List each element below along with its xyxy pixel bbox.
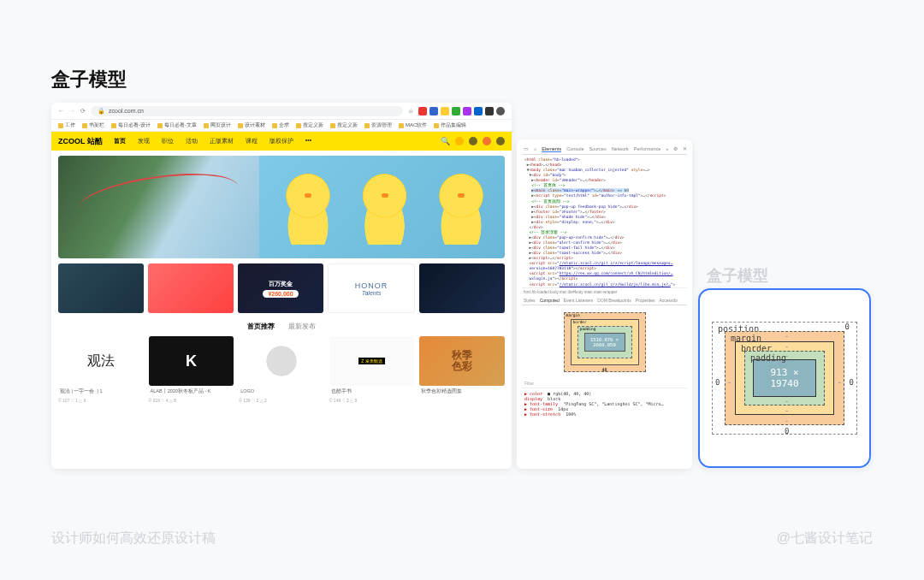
thumb-title: 观法 | 一字一会（1 xyxy=(58,386,144,398)
thumb[interactable]: K xyxy=(149,336,234,386)
ext-icon[interactable] xyxy=(463,107,471,115)
dom-tree[interactable]: <html class="hb-loaded"> ▶<head>…</head>… xyxy=(522,155,687,287)
nav-tab[interactable]: 正版素材 xyxy=(207,135,236,147)
footer-right: @七酱设计笔记 xyxy=(777,530,873,547)
devtools-tab[interactable]: Elements xyxy=(542,146,561,152)
promo-card[interactable] xyxy=(58,263,144,313)
hero-art-right xyxy=(273,163,496,252)
ext-icon[interactable] xyxy=(441,107,449,115)
panel-tab[interactable]: Event Listeners xyxy=(564,298,593,303)
avatar-icon[interactable] xyxy=(496,107,505,115)
promo-card[interactable]: HONOR Talents xyxy=(328,263,415,313)
avatar[interactable] xyxy=(496,137,505,145)
mascot xyxy=(273,169,343,245)
panel-tab[interactable]: Properties xyxy=(636,298,655,303)
bookmark[interactable]: 作品集编辑 xyxy=(434,121,466,129)
site-logo[interactable]: ZCOOL 站酷 xyxy=(58,136,103,147)
bookmark[interactable]: 资源管理 xyxy=(364,121,392,129)
home-icon[interactable] xyxy=(469,137,477,145)
nav-tab[interactable]: 活动 xyxy=(183,135,200,147)
close-icon[interactable]: ✕ xyxy=(683,146,687,152)
star-icon[interactable]: ☆ xyxy=(408,108,413,115)
url-text: zcool.com.cn xyxy=(109,108,144,114)
footer-left: 设计师如何高效还原设计稿 xyxy=(51,530,216,547)
callout-label: 盒子模型 xyxy=(707,265,768,286)
bookmark[interactable]: 搜定义新 xyxy=(296,121,323,129)
ext-icon[interactable] xyxy=(474,107,483,115)
gear-icon[interactable]: ⚙ xyxy=(673,146,678,152)
notification-icon[interactable] xyxy=(483,137,491,145)
promo-title: HONOR xyxy=(355,281,388,290)
bookmark[interactable]: 书架栏 xyxy=(82,121,104,129)
mascot xyxy=(350,169,420,245)
upload-icon[interactable] xyxy=(455,137,464,145)
devtools-tab[interactable]: Network xyxy=(612,146,629,152)
computed-props: ▶ color ■ rgb(40, 40, 40) display block … xyxy=(522,388,687,419)
reload-icon[interactable]: ⟳ xyxy=(80,108,86,115)
filter-input[interactable]: Filter xyxy=(522,379,687,388)
thumb[interactable]: 秋季 色彩 xyxy=(419,336,505,386)
thumb-col: K ALAB丨2020秋冬板产品 - K © 219 ♡ 4 △ 8 xyxy=(149,336,234,403)
forward-icon[interactable]: → xyxy=(69,108,75,114)
bookmark[interactable]: 全求 xyxy=(272,121,289,129)
back-icon[interactable]: ← xyxy=(58,108,64,114)
nav-tab[interactable]: 版权保护 xyxy=(267,135,296,147)
bookmark[interactable]: 每日必看-文章 xyxy=(157,121,197,129)
url-field[interactable]: 🔒 zcool.com.cn xyxy=(91,106,403,116)
breadcrumb[interactable]: html.hb-loaded body.mac div#body main.ma… xyxy=(522,287,687,296)
ext-icon[interactable] xyxy=(452,107,460,115)
box-model-callout: position 0 margin -- border - padding - … xyxy=(698,288,871,468)
promo-card[interactable]: 百万奖金 ¥260,000 xyxy=(238,263,323,313)
nav-tab[interactable]: 职位 xyxy=(159,135,176,147)
devtools-panel: ▭ ⌂ Elements Console Sources Network Per… xyxy=(517,139,692,469)
thumb-stats: © 219 ♡ 4 △ 8 xyxy=(149,398,234,403)
bookmark[interactable]: 搜定义新 xyxy=(330,121,358,129)
thumb-col: LOGO © 139 ♡ 2 △ 2 xyxy=(239,336,324,403)
ext-icon[interactable] xyxy=(418,107,427,115)
thumb[interactable]: 观法 xyxy=(58,336,144,386)
section-tab[interactable]: 首页推荐 xyxy=(247,322,275,331)
panel-tab[interactable]: Styles xyxy=(524,298,536,303)
bookmark[interactable]: 工作 xyxy=(58,121,75,129)
thumb-stats: © 139 ♡ 2 △ 2 xyxy=(239,398,324,403)
slide: 盒子模型 ← → ⟳ 🔒 zcool.com.cn ☆ 工作 xyxy=(0,0,924,580)
section-tab[interactable]: 最新发布 xyxy=(288,322,316,331)
promo-row: 百万奖金 ¥260,000 HONOR Talents xyxy=(51,263,512,313)
thumb[interactable]: Z 发质甄选 xyxy=(329,336,415,386)
panel-tab[interactable]: DOM Breakpoints xyxy=(597,298,631,303)
devtools-tab[interactable]: Sources xyxy=(589,146,606,152)
inspect-icon[interactable]: ▭ xyxy=(524,146,529,152)
panel-tab[interactable]: Computed xyxy=(540,298,560,303)
bookmark[interactable]: MAC软件 xyxy=(399,121,427,129)
thumb[interactable] xyxy=(239,336,324,386)
extensions xyxy=(418,107,505,115)
devtools-more[interactable]: » xyxy=(666,146,668,152)
thumb-stats: © 149 ♡ 2 △ 9 xyxy=(329,398,415,403)
big-box-model: position 0 margin -- border - padding - … xyxy=(712,322,857,435)
promo-card[interactable] xyxy=(148,263,234,313)
big-box-content: 913 × 19740 xyxy=(753,359,816,397)
nav-tab[interactable]: ••• xyxy=(303,135,314,147)
hero-banner[interactable] xyxy=(58,156,505,258)
nav-tab[interactable]: 首页 xyxy=(111,135,128,147)
device-icon[interactable]: ⌂ xyxy=(534,146,536,152)
thumb-title: LOGO xyxy=(239,386,324,398)
promo-card[interactable] xyxy=(419,263,505,313)
nav-tab[interactable]: 课程 xyxy=(243,135,260,147)
panel-tab[interactable]: Accessibi xyxy=(659,298,677,303)
nav-tab[interactable]: 发现 xyxy=(135,135,152,147)
bookmark[interactable]: 设计素材 xyxy=(238,121,265,129)
bookmark[interactable]: 每日必看-设计 xyxy=(111,121,151,129)
ext-icon[interactable] xyxy=(429,107,438,115)
search-icon[interactable]: 🔍 xyxy=(441,137,450,145)
thumb-title: 秋季色彩精选图集 xyxy=(419,386,505,398)
ext-icon[interactable] xyxy=(485,107,494,115)
bookmark[interactable]: 网页设计 xyxy=(204,121,231,129)
devtools-tab[interactable]: Performance xyxy=(634,146,661,152)
devtools-tabs: ▭ ⌂ Elements Console Sources Network Per… xyxy=(522,145,687,155)
section-tabs: 首页推荐 最新发布 xyxy=(51,313,512,336)
site-nav: 首页 发现 职位 活动 正版素材 课程 版权保护 ••• xyxy=(111,135,432,147)
devtools-tab[interactable]: Console xyxy=(566,146,583,152)
style-panels: Styles Computed Event Listeners DOM Brea… xyxy=(522,296,687,305)
slide-title: 盒子模型 xyxy=(51,67,127,92)
